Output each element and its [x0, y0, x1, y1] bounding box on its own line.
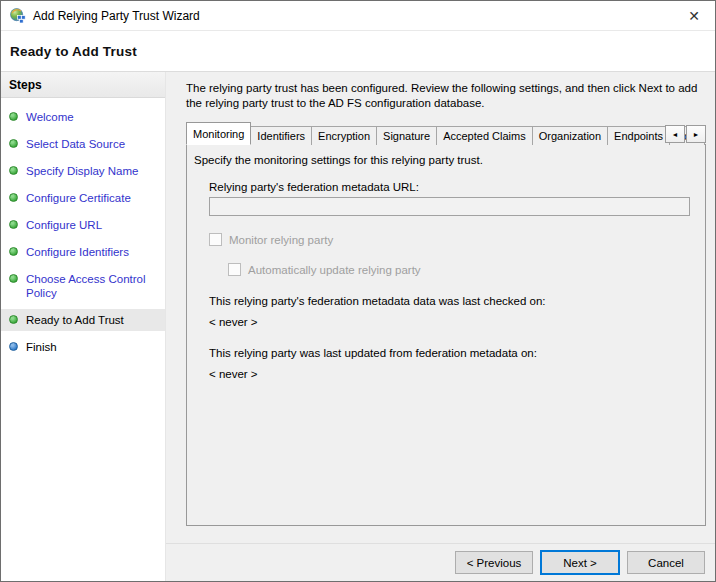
tab-scroll-buttons: ◄ ► — [664, 125, 706, 143]
step-specify-display-name[interactable]: Specify Display Name — [1, 160, 165, 182]
main-panel: The relying party trust has been configu… — [166, 72, 715, 543]
tab-strip: Monitoring Identifiers Encryption Signat… — [186, 122, 706, 145]
steps-sidebar: Steps Welcome Select Data Source Specify… — [1, 72, 166, 581]
step-configure-certificate[interactable]: Configure Certificate — [1, 187, 165, 209]
wizard-window: Add Relying Party Trust Wizard ✕ Ready t… — [0, 0, 716, 582]
step-done-bullet-icon — [9, 166, 18, 175]
intro-text: The relying party trust has been configu… — [186, 81, 711, 111]
step-select-data-source[interactable]: Select Data Source — [1, 133, 165, 155]
previous-button[interactable]: < Previous — [455, 551, 533, 574]
step-choose-access-control-policy[interactable]: Choose Access Control Policy — [1, 268, 165, 304]
close-icon[interactable]: ✕ — [673, 1, 715, 30]
federation-metadata-url-label: Relying party's federation metadata URL: — [209, 181, 695, 193]
settings-tab-control: Monitoring Identifiers Encryption Signat… — [186, 122, 706, 526]
window-title: Add Relying Party Trust Wizard — [33, 9, 200, 23]
step-done-bullet-icon — [9, 112, 18, 121]
tab-accepted-claims[interactable]: Accepted Claims — [436, 126, 533, 145]
last-updated-value: < never > — [209, 368, 695, 380]
monitor-relying-party-row: Monitor relying party — [209, 233, 695, 246]
step-done-bullet-icon — [9, 315, 18, 324]
step-done-bullet-icon — [9, 247, 18, 256]
adfs-wizard-icon — [10, 8, 26, 24]
monitoring-description: Specify the monitoring settings for this… — [194, 154, 695, 166]
tab-scroll-right-icon[interactable]: ► — [686, 125, 706, 143]
auto-update-checkbox — [228, 263, 241, 276]
title-bar: Add Relying Party Trust Wizard ✕ — [1, 1, 715, 31]
step-ready-to-add-trust: Ready to Add Trust — [1, 309, 165, 331]
tab-identifiers[interactable]: Identifiers — [250, 126, 312, 145]
monitor-relying-party-checkbox — [209, 233, 222, 246]
tab-scroll-left-icon[interactable]: ◄ — [665, 125, 685, 143]
page-header: Ready to Add Trust — [1, 31, 715, 72]
next-button[interactable]: Next > — [540, 550, 620, 575]
page-title: Ready to Add Trust — [10, 44, 137, 59]
step-done-bullet-icon — [9, 193, 18, 202]
step-welcome[interactable]: Welcome — [1, 106, 165, 128]
step-done-bullet-icon — [9, 274, 18, 283]
monitoring-tab-page: Specify the monitoring settings for this… — [186, 144, 706, 526]
last-checked-label: This relying party's federation metadata… — [209, 295, 695, 307]
auto-update-label: Automatically update relying party — [248, 264, 421, 276]
steps-heading: Steps — [1, 72, 165, 98]
last-updated-label: This relying party was last updated from… — [209, 347, 695, 359]
cancel-button[interactable]: Cancel — [627, 551, 705, 574]
tab-signature[interactable]: Signature — [376, 126, 437, 145]
step-configure-identifiers[interactable]: Configure Identifiers — [1, 241, 165, 263]
federation-metadata-url-input — [209, 197, 690, 216]
tab-organization[interactable]: Organization — [532, 126, 608, 145]
tab-encryption[interactable]: Encryption — [311, 126, 377, 145]
last-checked-value: < never > — [209, 316, 695, 328]
auto-update-row: Automatically update relying party — [228, 263, 695, 276]
steps-list: Welcome Select Data Source Specify Displ… — [1, 98, 165, 363]
tab-endpoints[interactable]: Endpoints — [607, 126, 670, 145]
monitor-relying-party-label: Monitor relying party — [229, 234, 333, 246]
step-done-bullet-icon — [9, 220, 18, 229]
tab-monitoring[interactable]: Monitoring — [186, 122, 251, 145]
step-configure-url[interactable]: Configure URL — [1, 214, 165, 236]
step-finish: Finish — [1, 336, 165, 358]
step-done-bullet-icon — [9, 139, 18, 148]
step-upcoming-bullet-icon — [9, 342, 18, 351]
button-bar: < Previous Next > Cancel — [166, 543, 715, 581]
